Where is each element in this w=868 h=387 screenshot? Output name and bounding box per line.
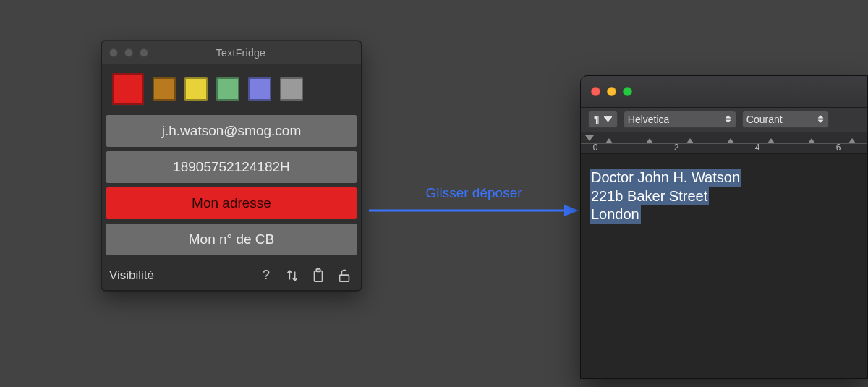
pilcrow-icon: ¶ [594,114,600,125]
close-dot[interactable] [109,48,118,57]
color-swatch[interactable] [216,77,239,101]
svg-marker-7 [726,119,731,122]
font-style-select[interactable]: Courant [742,111,829,128]
footer-label: Visibilité [109,268,154,283]
color-swatch-row [102,64,361,115]
snippet-label: Mon n° de CB [189,231,275,247]
svg-rect-0 [315,271,323,281]
tab-stop-marker[interactable] [727,138,734,143]
tab-stop-marker[interactable] [767,138,775,143]
svg-marker-8 [818,115,823,117]
clipboard-icon[interactable] [309,266,328,285]
help-icon[interactable]: ? [257,266,276,285]
ruler-number: 6 [836,143,841,153]
textfridge-footer: Visibilité ? [102,260,361,290]
svg-marker-6 [726,115,731,117]
font-family-select[interactable]: Helvetica [624,111,736,128]
ruler-number: 0 [593,143,598,153]
snippet-list: j.h.watson@smog.com18905752124182HMon ad… [102,115,361,260]
arrow-label: Glisser déposer [425,185,522,201]
minimize-dot[interactable] [607,87,616,96]
snippet-item[interactable]: Mon n° de CB [106,224,357,255]
chevron-down-icon [604,114,612,125]
snippet-label: Mon adresse [192,195,271,211]
selected-text-line[interactable]: Doctor John H. Watson [590,169,741,187]
tab-stop-marker[interactable] [686,138,694,143]
sort-icon[interactable] [283,266,302,285]
svg-rect-2 [340,275,349,281]
color-swatch[interactable] [184,77,208,101]
paragraph-style-button[interactable]: ¶ [588,111,618,128]
tab-stop-marker[interactable] [646,138,653,143]
svg-marker-9 [818,119,823,122]
tab-stop-marker[interactable] [605,138,613,143]
textfridge-window: TextFridge j.h.watson@smog.com1890575212… [101,41,362,291]
selected-text-line[interactable]: London [590,205,641,224]
textfridge-titlebar[interactable]: TextFridge [102,41,361,64]
zoom-dot[interactable] [623,87,632,96]
textedit-toolbar: ¶ Helvetica Courant [581,108,867,132]
window-title: TextFridge [128,47,354,59]
svg-marker-4 [564,205,579,216]
ruler[interactable]: 0246 [581,132,867,154]
traffic-lights [591,87,632,96]
snippet-item[interactable]: j.h.watson@smog.com [106,115,357,147]
snippet-item[interactable]: Mon adresse [106,187,357,219]
font-family-value: Helvetica [628,114,670,125]
ruler-number: 2 [674,143,679,153]
first-line-indent-marker[interactable] [585,135,594,141]
color-swatch[interactable] [280,77,303,101]
ruler-number: 4 [755,143,760,153]
tab-stop-marker[interactable] [808,138,815,143]
tab-stop-marker[interactable] [848,138,856,143]
textedit-titlebar[interactable] [581,76,867,108]
textedit-window: ¶ Helvetica Courant 0246 Doctor John H. … [580,75,868,379]
svg-marker-5 [604,116,612,122]
close-dot[interactable] [591,87,600,96]
stepper-icon [724,114,732,125]
snippet-label: j.h.watson@smog.com [162,123,301,139]
snippet-item[interactable]: 18905752124182H [106,151,357,183]
font-style-value: Courant [746,114,783,125]
selected-text-line[interactable]: 221b Baker Street [590,187,709,206]
color-swatch[interactable] [153,77,176,101]
lock-open-icon[interactable] [335,266,354,285]
snippet-label: 18905752124182H [173,159,290,175]
color-swatch[interactable] [248,77,271,101]
drag-drop-arrow: Glisser déposer [369,200,579,229]
document-body[interactable]: Doctor John H. Watson221b Baker StreetLo… [581,154,867,239]
color-swatch[interactable] [112,73,144,105]
svg-rect-1 [316,268,320,271]
stepper-icon [817,114,825,125]
